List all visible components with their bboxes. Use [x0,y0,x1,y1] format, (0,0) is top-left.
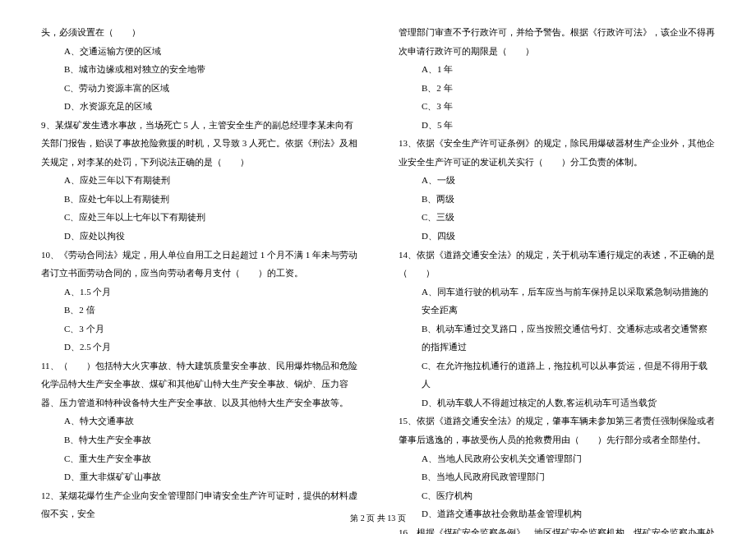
option: D、应处以拘役 [41,227,357,246]
question-11: 11、（ ）包括特大火灾事故、特大建筑质量安全事故、民用爆炸物品和危险化学品特大… [41,357,357,412]
option: B、两级 [399,190,715,209]
page-footer: 第 2 页 共 13 页 [0,513,756,524]
option: A、应处三年以下有期徒刑 [41,171,357,190]
option: B、应处七年以上有期徒刑 [41,190,357,209]
option: B、特大生产安全事故 [41,430,357,449]
option: B、机动车通过交叉路口，应当按照交通信号灯、交通标志或者交通警察的指挥通过 [399,320,715,357]
option: C、3 年 [399,97,715,116]
question-continuation: 头，必须设置在（ ） [41,23,357,42]
option: A、当地人民政府公安机关交通管理部门 [399,449,715,468]
option: C、医疗机构 [399,486,715,505]
option: D、2.5 个月 [41,338,357,357]
option: A、特大交通事故 [41,412,357,430]
option: C、应处三年以上七年以下有期徒刑 [41,208,357,227]
option: A、1 年 [399,60,715,79]
option: D、水资源充足的区域 [41,97,357,116]
left-column: 头，必须设置在（ ） A、交通运输方便的区域 B、城市边缘或相对独立的安全地带 … [41,23,357,495]
option: A、一级 [399,171,715,190]
option: C、重大生产安全事故 [41,449,357,468]
question-15: 15、依据《道路交通安全法》的规定，肇事车辆未参加第三者责任强制保险或者肇事后逃… [399,412,715,449]
question-14: 14、依据《道路交通安全法》的规定，关于机动车通行规定的表述，不正确的是（ ） [399,246,715,283]
option: A、同车道行驶的机动车，后车应当与前车保持足以采取紧急制动措施的安全距离 [399,283,715,320]
option: D、四级 [399,227,715,246]
option: B、当地人民政府民政管理部门 [399,467,715,486]
option: C、三级 [399,208,715,227]
question-12-continuation: 管理部门审查不予行政许可，并给予警告。根据《行政许可法》，该企业不得再次申请行政… [399,23,715,60]
option: D、机动车载人不得超过核定的人数,客运机动车可适当载货 [399,394,715,412]
option: D、5 年 [399,116,715,135]
right-column: 管理部门审查不予行政许可，并给予警告。根据《行政许可法》，该企业不得再次申请行政… [399,23,715,495]
option: B、2 倍 [41,301,357,320]
option: D、重大非煤矿矿山事故 [41,467,357,486]
option: B、城市边缘或相对独立的安全地带 [41,60,357,79]
question-13: 13、依据《安全生产许可证条例》的规定，除民用爆破器材生产企业外，其他企业安全生… [399,134,715,171]
option: C、3 个月 [41,320,357,338]
option: C、在允许拖拉机通行的道路上，拖拉机可以从事货运，但是不得用于载人 [399,357,715,394]
option: B、2 年 [399,79,715,98]
question-10: 10、《劳动合同法》规定，用人单位自用工之日起超过 1 个月不满 1 年未与劳动… [41,246,357,283]
question-16: 16、根据《煤矿安全监察条例》，地区煤矿安全监察机构、煤矿安全监察办事处应当对事… [399,523,715,534]
option: C、劳动力资源丰富的区域 [41,79,357,98]
option: A、交通运输方便的区域 [41,42,357,61]
question-9: 9、某煤矿发生透水事故，当场死亡 5 人，主管安全生产的副总经理李某未向有关部门… [41,116,357,172]
option: A、1.5 个月 [41,283,357,302]
